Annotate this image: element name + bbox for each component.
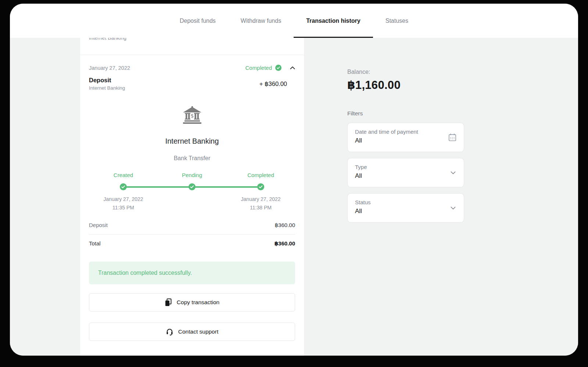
previous-transaction-row[interactable]: Internet Banking [80, 38, 304, 42]
method-subtitle: Bank Transfer [89, 155, 295, 162]
copy-transaction-label: Copy transaction [177, 299, 219, 306]
step-datetime: January 27, 2022 11:38 PM [241, 195, 280, 212]
app-window: Deposit funds Withdraw funds Transaction… [10, 4, 578, 356]
transaction-titles: Deposit Internet Banking + ฿360.00 [89, 77, 295, 91]
header-tabs: Deposit funds Withdraw funds Transaction… [10, 4, 578, 38]
step-check-icon [189, 183, 196, 192]
timeline-step-completed: Completed January 27, 2022 11:38 PM [226, 172, 295, 212]
transaction-date: January 27, 2022 [89, 65, 130, 71]
transaction-detail: January 27, 2022 Completed [80, 65, 304, 341]
filter-value: All [355, 208, 456, 215]
content-area: Internet Banking January 27, 2022 Comple… [10, 38, 578, 356]
step-check-icon [120, 183, 127, 192]
status-label: Completed [245, 65, 272, 71]
filter-date-of-payment[interactable]: Date and time of payment All [347, 123, 464, 152]
chevron-down-icon [449, 204, 457, 212]
transaction-type: Deposit [89, 77, 125, 84]
chevron-up-icon[interactable] [290, 66, 295, 69]
total-label: Total [89, 240, 101, 247]
filter-label: Type [355, 164, 456, 170]
total-value: ฿360.00 [275, 240, 295, 247]
breakdown-row: Deposit ฿360.00 [89, 222, 295, 229]
timeline-step-created: Created January 27, 2022 11:35 PM [89, 172, 158, 212]
transaction-header[interactable]: January 27, 2022 Completed [89, 65, 295, 71]
filter-value: All [355, 172, 456, 180]
svg-text:$: $ [190, 113, 194, 119]
status-timeline: Created January 27, 2022 11:35 PM [89, 172, 295, 212]
breakdown-label: Deposit [89, 222, 108, 229]
step-label: Created [114, 172, 133, 179]
total-divider [89, 234, 295, 235]
chevron-down-icon [449, 169, 457, 177]
balance-value: ฿1,160.00 [347, 78, 464, 92]
balance-label: Balance: [347, 69, 464, 75]
filters-sidebar: Balance: ฿1,160.00 Filters Date and time… [347, 38, 464, 223]
copy-transaction-button[interactable]: Copy transaction [89, 293, 295, 312]
status-check-icon [275, 65, 282, 71]
transaction-card: Internet Banking January 27, 2022 Comple… [80, 38, 304, 356]
step-datetime: January 27, 2022 11:35 PM [103, 195, 143, 212]
transaction-amount: + ฿360.00 [259, 80, 295, 87]
row-divider [80, 55, 304, 55]
success-banner: Transaction completed successfully. [89, 262, 295, 284]
timeline-step-pending: Pending [158, 172, 226, 212]
step-check-icon [257, 183, 264, 192]
tab-withdraw-funds[interactable]: Withdraw funds [228, 4, 294, 38]
step-label: Completed [247, 172, 274, 179]
transaction-status-group: Completed [245, 65, 295, 71]
method-title: Internet Banking [89, 137, 295, 145]
contact-support-label: Contact support [178, 328, 218, 335]
breakdown-value: ฿360.00 [275, 222, 295, 229]
step-label: Pending [182, 172, 202, 179]
tab-transaction-history[interactable]: Transaction history [294, 4, 373, 38]
filter-label: Status [355, 199, 456, 205]
tab-deposit-funds[interactable]: Deposit funds [167, 4, 228, 38]
contact-support-button[interactable]: Contact support [89, 323, 295, 341]
transaction-method: Internet Banking [89, 85, 125, 91]
payment-method-block: $ Internet Banking Bank Transfer [89, 91, 295, 162]
filter-label: Date and time of payment [355, 129, 456, 135]
bank-icon: $ [182, 106, 202, 125]
headset-icon [166, 328, 173, 336]
filters-heading: Filters [347, 110, 464, 117]
filter-value: All [355, 137, 456, 144]
filter-status[interactable]: Status All [347, 193, 464, 223]
copy-icon [165, 298, 172, 306]
calendar-icon [448, 133, 457, 142]
tab-statuses[interactable]: Statuses [373, 4, 421, 38]
total-row: Total ฿360.00 [89, 240, 295, 247]
filter-type[interactable]: Type All [347, 158, 464, 187]
